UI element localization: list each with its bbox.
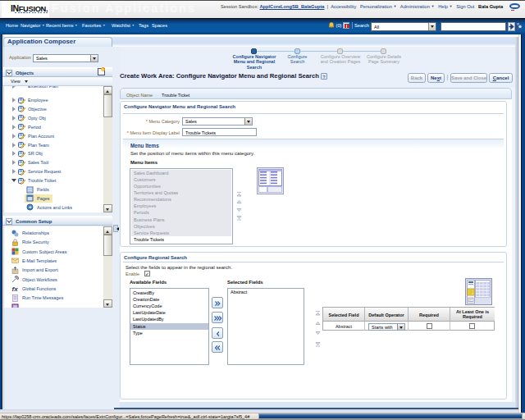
- svg-text:fx: fx: [12, 285, 19, 292]
